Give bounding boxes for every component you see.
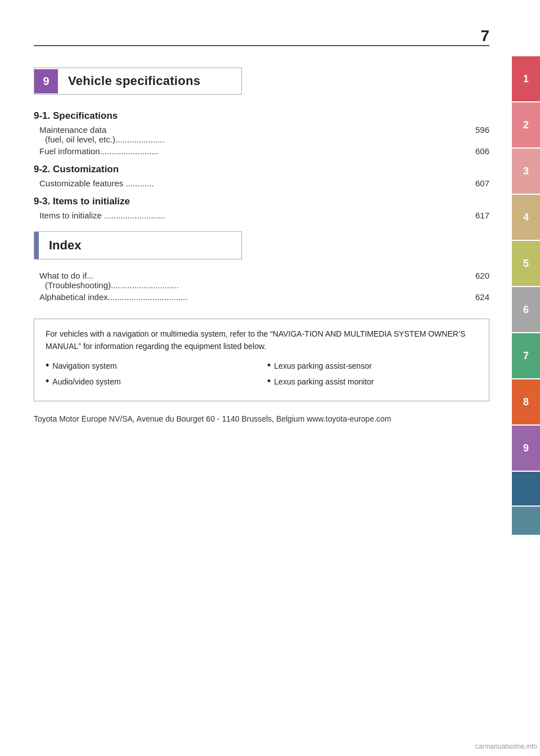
sidebar-tab-6[interactable]: 6 [512, 287, 540, 332]
note-item-navigation-text: Navigation system [52, 360, 116, 373]
page-ref-troubleshooting: 620 [467, 271, 489, 280]
note-box: For vehicles with a navigation or multim… [34, 319, 489, 401]
sidebar-tab-8[interactable]: 8 [512, 379, 540, 424]
note-item-navigation: • Navigation system [46, 360, 256, 373]
entry-text-alphabetical: Alphabetical index......................… [39, 292, 467, 302]
toc-heading-9-1: 9-1. Specifications [34, 110, 489, 122]
page-ref-customizable: 607 [467, 178, 489, 188]
entry-text-initialize: Items to initialize ....................… [39, 211, 467, 220]
sidebar-tab-4[interactable]: 4 [512, 195, 540, 240]
sidebar-tab-1[interactable]: 1 [512, 56, 540, 101]
toc-section-9-1: 9-1. Specifications Maintenance data (fu… [34, 110, 489, 156]
entry-text-customizable: Customizable features ............ [39, 178, 467, 188]
toc-entry-initialize: Items to initialize ....................… [34, 211, 489, 220]
footer: Toyota Motor Europe NV/SA, Avenue du Bou… [34, 413, 489, 425]
page-ref-initialize: 617 [467, 211, 489, 220]
watermark: carmanualsoline.info [428, 742, 540, 750]
toc-heading-9-3: 9-3. Items to initialize [34, 196, 489, 207]
toc-entry-maintenance: Maintenance data (fuel, oil level, etc.)… [34, 125, 489, 144]
section-number: 9 [34, 69, 58, 93]
index-entries: What to do if... (Troubleshooting)......… [34, 271, 489, 302]
sidebar-tab-9c [512, 507, 540, 535]
toc-entry-fuel: Fuel information........................… [34, 146, 489, 156]
note-list-left: • Navigation system • Audio/video system [46, 360, 256, 391]
page-ref-maintenance: 596 [467, 125, 489, 135]
page-ref-alphabetical: 624 [467, 292, 489, 302]
note-text: For vehicles with a navigation or multim… [46, 329, 465, 351]
note-item-parking-sensor-text: Lexus parking assist-sensor [274, 360, 372, 373]
top-divider [34, 45, 489, 46]
sidebar-tab-5[interactable]: 5 [512, 241, 540, 286]
note-item-parking-sensor: • Lexus parking assist-sensor [267, 360, 478, 373]
index-title: Index [39, 232, 91, 258]
section-title: Vehicle specifications [58, 68, 210, 94]
sidebar-tab-2[interactable]: 2 [512, 102, 540, 147]
note-item-audio: • Audio/video system [46, 376, 256, 388]
vehicle-specs-header: 9 Vehicle specifications [34, 68, 242, 95]
index-header: Index [34, 231, 242, 260]
note-item-parking-monitor-text: Lexus parking assist monitor [274, 376, 374, 388]
note-list: • Navigation system • Audio/video system… [46, 360, 478, 391]
toc-section-9-2: 9-2. Customization Customizable features… [34, 164, 489, 188]
toc-section-9-3: 9-3. Items to initialize Items to initia… [34, 196, 489, 220]
toc-entry-customizable: Customizable features ............ 607 [34, 178, 489, 188]
toc-heading-9-2: 9-2. Customization [34, 164, 489, 175]
note-item-parking-monitor: • Lexus parking assist monitor [267, 376, 478, 388]
toc-entry-troubleshooting: What to do if... (Troubleshooting)......… [34, 271, 489, 290]
toc-entry-alphabetical: Alphabetical index......................… [34, 292, 489, 302]
page-ref-fuel: 606 [467, 146, 489, 156]
bullet-icon-4: • [267, 376, 271, 386]
page-number: 7 [480, 27, 489, 45]
sidebar-tab-9b [512, 472, 540, 506]
main-content: 9 Vehicle specifications 9-1. Specificat… [34, 56, 489, 425]
note-list-right: • Lexus parking assist-sensor • Lexus pa… [267, 360, 478, 391]
bullet-icon-2: • [46, 376, 49, 386]
sidebar-tabs: 1 2 3 4 5 6 7 8 9 [512, 56, 540, 536]
entry-text-maintenance: Maintenance data (fuel, oil level, etc.)… [39, 125, 467, 144]
index-bar [34, 232, 39, 259]
sidebar-tab-7[interactable]: 7 [512, 333, 540, 378]
sidebar-tab-3[interactable]: 3 [512, 149, 540, 194]
entry-text-fuel: Fuel information........................… [39, 146, 467, 156]
note-item-audio-text: Audio/video system [52, 376, 120, 388]
sidebar-tab-9[interactable]: 9 [512, 426, 540, 471]
entry-text-troubleshooting: What to do if... (Troubleshooting)......… [39, 271, 467, 290]
bullet-icon: • [46, 360, 49, 370]
bullet-icon-3: • [267, 360, 271, 370]
